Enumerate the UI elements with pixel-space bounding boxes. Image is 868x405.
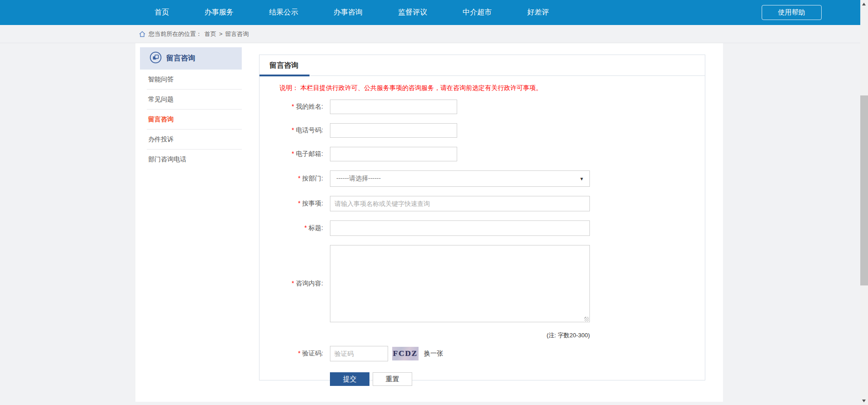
required-mark: *: [292, 150, 294, 157]
tab-bar: 留言咨询: [259, 55, 705, 76]
scrollbar: [860, 0, 868, 405]
form-row-title: *标题:: [259, 220, 705, 236]
form-row-email: *电子邮箱:: [259, 147, 705, 161]
phone-label: *电话号码:: [259, 126, 323, 135]
breadcrumb: 您当前所在的位置： 首页 > 留言咨询: [0, 25, 860, 43]
content-textarea[interactable]: [330, 245, 590, 322]
scrollbar-down-arrow[interactable]: [862, 400, 866, 402]
nav-item-services[interactable]: 办事服务: [205, 8, 234, 17]
name-label: *我的姓名:: [259, 103, 323, 111]
sidebar-item-smart-qa[interactable]: 智能问答: [140, 70, 242, 90]
content-note: (注: 字数20-300): [259, 331, 590, 340]
nav-item-supervision[interactable]: 监督评议: [398, 8, 427, 17]
breadcrumb-home[interactable]: 首页: [205, 30, 216, 38]
item-label: *按事项:: [259, 200, 323, 208]
required-mark: *: [304, 224, 307, 231]
sidebar-item-message-consult[interactable]: 留言咨询: [140, 110, 242, 130]
breadcrumb-current: 留言咨询: [225, 30, 249, 38]
nav-item-results[interactable]: 结果公示: [269, 8, 298, 17]
content-note-row: (注: 字数20-300): [259, 331, 705, 340]
sidebar-item-complaint[interactable]: 办件投诉: [140, 130, 242, 150]
captcha-refresh-link[interactable]: 换一张: [424, 350, 443, 358]
consult-form: *我的姓名: *电话号码: *电子邮箱: *按部门: ------请选择----…: [259, 100, 705, 386]
sidebar-header: 留言咨询: [140, 47, 242, 70]
sidebar-item-dept-phone[interactable]: 部门咨询电话: [140, 150, 242, 170]
required-mark: *: [292, 103, 294, 110]
main-panel: 留言咨询 说明： 本栏目提供行政许可、公共服务事项的咨询服务，请在咨询前选定有关…: [259, 55, 705, 380]
breadcrumb-label: 您当前所在的位置：: [149, 30, 202, 38]
captcha-input[interactable]: [330, 346, 388, 361]
breadcrumb-separator: >: [219, 30, 223, 37]
textarea-resize-handle[interactable]: [584, 317, 589, 321]
email-input[interactable]: [330, 147, 457, 161]
scrollbar-up-arrow[interactable]: [862, 3, 866, 5]
sidebar-item-faq[interactable]: 常见问题: [140, 90, 242, 110]
sidebar: 留言咨询 智能问答 常见问题 留言咨询 办件投诉 部门咨询电话: [140, 47, 242, 170]
title-input[interactable]: [330, 220, 590, 236]
required-mark: *: [298, 200, 300, 207]
scrollbar-thumb[interactable]: [860, 95, 868, 285]
tab-message-consult[interactable]: 留言咨询: [259, 55, 309, 76]
department-select[interactable]: ------请选择------ ▼: [330, 170, 590, 187]
reset-button[interactable]: 重置: [373, 372, 412, 386]
nav-menu: 首页 办事服务 结果公示 办事咨询 监督评议 中介超市 好差评: [0, 0, 868, 25]
nav-item-home[interactable]: 首页: [155, 8, 169, 17]
submit-button[interactable]: 提交: [330, 372, 369, 386]
message-consult-icon: [150, 51, 162, 65]
form-row-item: *按事项:: [259, 196, 705, 211]
captcha-image[interactable]: FCDZ: [392, 347, 419, 360]
content-area: 留言咨询 智能问答 常见问题 留言咨询 办件投诉 部门咨询电话 留言咨询 说明：…: [135, 43, 723, 402]
required-mark: *: [298, 350, 300, 357]
form-notice: 说明： 本栏目提供行政许可、公共服务事项的咨询服务，请在咨询前选定有关行政许可事…: [279, 84, 705, 93]
top-nav-bar: 首页 办事服务 结果公示 办事咨询 监督评议 中介超市 好差评 使用帮助: [0, 0, 868, 25]
form-row-department: *按部门: ------请选择------ ▼: [259, 170, 705, 187]
content-label: *咨询内容:: [259, 280, 323, 288]
form-row-name: *我的姓名:: [259, 100, 705, 114]
captcha-label: *验证码:: [259, 350, 323, 358]
department-select-value: ------请选择------: [336, 175, 381, 183]
name-input[interactable]: [330, 100, 457, 114]
button-row: 提交 重置: [259, 372, 705, 386]
form-row-phone: *电话号码:: [259, 123, 705, 138]
help-button[interactable]: 使用帮助: [762, 5, 822, 20]
nav-item-intermediary[interactable]: 中介超市: [463, 8, 492, 17]
form-row-content: *咨询内容:: [259, 245, 705, 322]
phone-input[interactable]: [330, 123, 457, 138]
chevron-down-icon: ▼: [579, 176, 584, 181]
sidebar-title: 留言咨询: [166, 54, 195, 63]
nav-item-rating[interactable]: 好差评: [527, 8, 549, 17]
department-label: *按部门:: [259, 175, 323, 183]
title-label: *标题:: [259, 224, 323, 232]
required-mark: *: [292, 126, 294, 134]
home-icon: [139, 31, 145, 37]
email-label: *电子邮箱:: [259, 150, 323, 158]
item-search-input[interactable]: [330, 196, 590, 211]
form-row-captcha: *验证码: FCDZ 换一张: [259, 346, 705, 361]
nav-item-consult[interactable]: 办事咨询: [334, 8, 363, 17]
required-mark: *: [298, 175, 300, 182]
required-mark: *: [292, 280, 294, 287]
